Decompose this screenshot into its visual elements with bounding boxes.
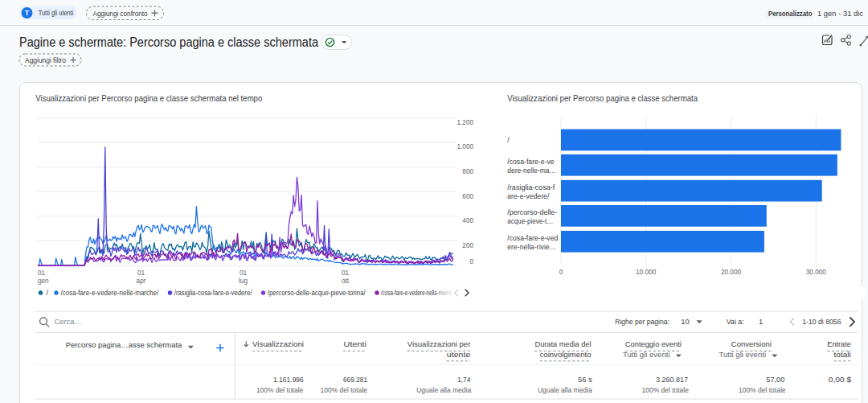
- svg-text:/rasiglia-cosa-fare-e-vedere/: /rasiglia-cosa-fare-e-vedere/: [174, 289, 252, 297]
- svg-text:1.000: 1.000: [457, 143, 474, 150]
- svg-text:100% del totale: 100% del totale: [321, 386, 368, 394]
- svg-text:Conteggio eventi: Conteggio eventi: [625, 340, 682, 348]
- svg-text:100% del totale: 100% del totale: [642, 386, 690, 394]
- svg-text:Visualizzazioni: Visualizzazioni: [252, 340, 304, 348]
- svg-text:3.260.817: 3.260.817: [656, 375, 688, 384]
- svg-text:1.161.996: 1.161.996: [273, 375, 304, 384]
- svg-text:Cerca…: Cerca…: [55, 317, 82, 326]
- svg-text:acque-pieve-t…: acque-pieve-t…: [507, 217, 553, 225]
- svg-text:01: 01: [240, 269, 248, 277]
- svg-text:10.000: 10.000: [636, 269, 656, 276]
- svg-text:Tutti gli eventi: Tutti gli eventi: [719, 351, 767, 359]
- svg-text:/percorso-delle-acque-pieve-to: /percorso-delle-acque-pieve-torina/: [268, 289, 366, 297]
- svg-text:0: 0: [469, 258, 473, 265]
- svg-text:669.281: 669.281: [343, 375, 367, 384]
- svg-text:Tutti gli eventi: Tutti gli eventi: [623, 351, 670, 359]
- svg-text:lug: lug: [239, 278, 248, 285]
- svg-text:/rasiglia-cosa-f: /rasiglia-cosa-f: [507, 183, 555, 191]
- svg-text:01: 01: [38, 269, 46, 277]
- svg-text:1-10 di 8056: 1-10 di 8056: [802, 317, 841, 326]
- svg-text:ott: ott: [342, 278, 350, 285]
- svg-text:20.000: 20.000: [721, 269, 741, 276]
- svg-text:Righe per pagina:: Righe per pagina:: [615, 317, 669, 326]
- svg-text:0,00 $: 0,00 $: [829, 375, 852, 384]
- svg-text:/cosa-fare-e-vedere-nelle-marc: /cosa-fare-e-vedere-nelle-marche/: [60, 289, 158, 297]
- svg-text:Entrate: Entrate: [827, 340, 851, 348]
- svg-text:Tutti gli utenti: Tutti gli utenti: [39, 9, 74, 17]
- svg-text:1.200: 1.200: [457, 119, 474, 126]
- svg-text:01: 01: [342, 269, 350, 277]
- svg-text:ere-nella-rivie…: ere-nella-rivie…: [507, 243, 556, 251]
- svg-text:200: 200: [462, 242, 473, 249]
- svg-text:Visualizzazioni per Percorso p: Visualizzazioni per Percorso pagina e cl…: [35, 94, 262, 103]
- svg-text:Visualizzazioni per: Visualizzazioni per: [407, 340, 471, 348]
- svg-text:30.000: 30.000: [806, 269, 826, 276]
- svg-text:57,00: 57,00: [766, 375, 784, 384]
- svg-text:apr: apr: [137, 278, 146, 285]
- svg-text:gen: gen: [38, 278, 49, 285]
- svg-text:Uguale alla media: Uguale alla media: [538, 386, 592, 394]
- svg-text:utente: utente: [447, 351, 471, 359]
- svg-text:600: 600: [462, 193, 473, 200]
- svg-text:Personalizzato: Personalizzato: [768, 10, 812, 18]
- svg-text:T: T: [25, 9, 30, 17]
- svg-text:100% del totale: 100% del totale: [739, 386, 786, 394]
- svg-text:400: 400: [462, 217, 473, 224]
- svg-text:1,74: 1,74: [457, 375, 471, 384]
- svg-text:Durata media del: Durata media del: [535, 340, 592, 348]
- svg-text:56 s: 56 s: [578, 375, 592, 384]
- svg-text:1 gen - 31 dic: 1 gen - 31 dic: [817, 9, 863, 18]
- svg-text:Percorso pagina…asse schermata: Percorso pagina…asse schermata: [66, 340, 182, 349]
- svg-text:Pagine e schermate: Percorso p: Pagine e schermate: Percorso pagina e cl…: [19, 35, 318, 49]
- svg-text:Aggiungi confronto: Aggiungi confronto: [93, 9, 148, 18]
- svg-text:are-e-vedere/: are-e-vedere/: [507, 192, 550, 200]
- svg-text:/percorso-delle-: /percorso-delle-: [507, 208, 557, 216]
- svg-text:Aggiungi filtro: Aggiungi filtro: [25, 56, 66, 64]
- svg-text:/cosa-fare-e-ve: /cosa-fare-e-ve: [507, 158, 554, 166]
- svg-text:100% del totale: 100% del totale: [256, 386, 304, 394]
- svg-text:800: 800: [462, 168, 473, 175]
- svg-text:coinvolgimento: coinvolgimento: [540, 351, 592, 359]
- svg-text:Conversioni: Conversioni: [731, 340, 772, 348]
- svg-text:/cosa-fare-e-ved: /cosa-fare-e-ved: [507, 234, 558, 242]
- svg-text:01: 01: [137, 269, 145, 277]
- svg-text:Utenti: Utenti: [344, 340, 367, 348]
- svg-text:totali: totali: [834, 351, 851, 359]
- svg-text:Uguale alla media: Uguale alla media: [416, 386, 471, 394]
- svg-text:0: 0: [559, 269, 563, 276]
- svg-text:Visualizzazioni per Percorso p: Visualizzazioni per Percorso pagina e cl…: [507, 94, 698, 103]
- svg-text:1: 1: [759, 317, 763, 326]
- svg-text:10: 10: [681, 317, 689, 326]
- svg-text:dere-nelle-ma…: dere-nelle-ma…: [507, 167, 556, 175]
- svg-text:Vai a:: Vai a:: [727, 317, 744, 326]
